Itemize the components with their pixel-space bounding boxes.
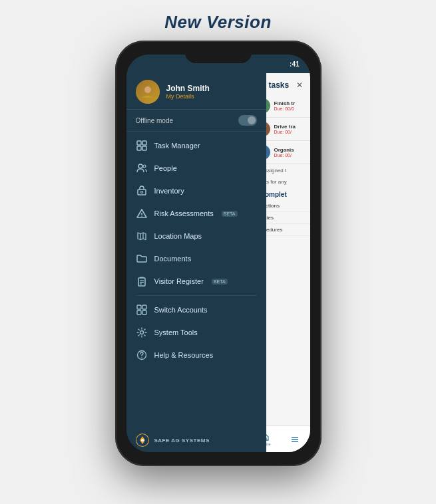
menu-items-list: Task Manager People [126,132,266,428]
svg-point-10 [141,215,142,217]
risk-assessments-label: Risk Assessments [154,209,214,217]
svg-point-23 [141,357,142,358]
user-subtitle: My Details [166,93,210,100]
menu-item-inventory[interactable]: Inventory [126,180,266,202]
switch-icon [136,304,148,316]
inventory-label: Inventory [154,187,184,195]
svg-point-6 [143,165,146,168]
svg-rect-17 [137,305,141,309]
grid-icon [136,140,148,152]
phone-screen: :41 John Smith [126,55,310,452]
close-button[interactable]: ✕ [294,80,305,90]
risk-assessments-badge: BETA [222,211,238,217]
page-container: New Version :41 [0,0,436,504]
task-name-2: Drive tra [274,124,296,130]
svg-point-5 [138,164,142,168]
status-time: :41 [290,61,299,68]
status-bar: :41 [126,55,310,73]
location-maps-label: Location Maps [154,232,202,240]
user-info: John Smith My Details [166,84,210,100]
help-resources-label: Help & Resources [154,351,214,359]
warning-icon [136,207,148,219]
gear-icon [136,326,148,338]
menu-item-visitor-register[interactable]: Visitor Register BETA [126,270,266,293]
menu-panel: John Smith My Details Offline mode [126,73,266,452]
switch-accounts-label: Switch Accounts [154,306,208,314]
logo-icon [136,434,149,447]
documents-label: Documents [154,255,192,263]
people-icon [136,162,148,174]
clipboard-icon [136,275,148,287]
user-name: John Smith [166,84,210,93]
visitor-register-badge: BETA [212,279,228,285]
task-due-2: Due: 00/ [274,130,296,134]
menu-item-help-resources[interactable]: Help & Resources [126,344,266,366]
offline-toggle[interactable] [238,115,257,126]
nav-item-menu[interactable] [290,435,300,444]
task-name-3: Organis [274,147,294,153]
phone-shell: :41 John Smith [115,41,322,466]
svg-rect-20 [142,311,146,315]
people-label: People [154,164,177,172]
menu-item-task-manager[interactable]: Task Manager [126,134,266,157]
menu-icon [290,435,300,444]
task-info-1: Finish tr Due: 00/0 [274,100,296,111]
user-header[interactable]: John Smith My Details [126,73,266,110]
svg-rect-4 [142,146,146,150]
svg-rect-3 [137,146,141,150]
avatar [136,80,160,104]
offline-label: Offline mode [136,117,174,124]
menu-item-documents[interactable]: Documents [126,247,266,270]
task-info-2: Drive tra Due: 00/ [274,124,296,134]
menu-item-location-maps[interactable]: Location Maps [126,225,266,247]
system-tools-label: System Tools [154,328,198,336]
menu-item-switch-accounts[interactable]: Switch Accounts [126,299,266,321]
page-title: New Version [164,12,272,33]
menu-item-system-tools[interactable]: System Tools [126,321,266,344]
svg-rect-7 [138,189,146,195]
inventory-icon [136,185,148,197]
svg-rect-18 [142,305,146,309]
menu-item-people[interactable]: People [126,157,266,180]
svg-rect-1 [137,141,141,145]
menu-logo: SAFE AG SYSTEMS [126,428,266,452]
svg-point-25 [141,439,144,441]
task-due-1: Due: 00/0 [274,106,296,111]
logo-text: SAFE AG SYSTEMS [154,438,210,443]
svg-rect-2 [142,141,146,145]
menu-divider [136,295,257,296]
folder-icon [136,253,148,265]
task-name-1: Finish tr [274,100,296,106]
menu-item-risk-assessments[interactable]: Risk Assessments BETA [126,202,266,225]
svg-point-8 [140,191,142,193]
svg-rect-19 [137,311,141,315]
map-icon [136,230,148,242]
svg-point-0 [144,86,151,93]
task-due-3: Due: 00/ [274,153,294,158]
task-manager-label: Task Manager [154,142,200,150]
help-icon [136,349,148,361]
visitor-register-label: Visitor Register [154,277,204,285]
task-info-3: Organis Due: 00/ [274,147,294,158]
svg-point-21 [140,331,143,334]
offline-mode-row[interactable]: Offline mode [126,110,266,132]
